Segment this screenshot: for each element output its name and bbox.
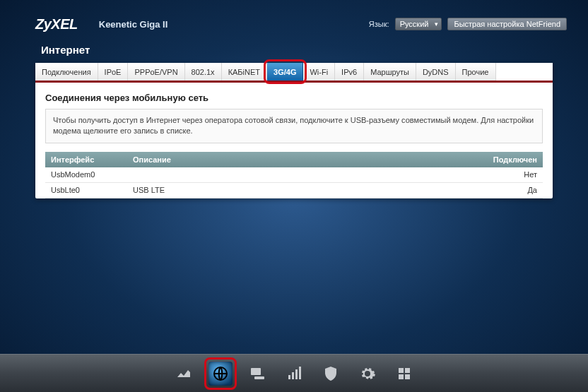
tab-3g-4g[interactable]: 3G/4G (267, 63, 303, 81)
tab--inet[interactable]: КАБiNET (222, 63, 267, 81)
section-title: Соединения через мобильную сеть (35, 83, 553, 109)
cell-interface: UsbLte0 (45, 186, 130, 194)
device-name: Keenetic Giga II (99, 19, 168, 30)
section-description: Чтобы получить доступ в Интернет через о… (45, 109, 543, 143)
firewall-icon[interactable] (319, 362, 343, 386)
table-row[interactable]: UsbModem0Нет (45, 167, 543, 183)
main-card: ПодключенияIPoEPPPoE/VPN802.1xКАБiNET3G/… (35, 63, 553, 198)
language-label: Язык: (369, 20, 389, 28)
tab--[interactable]: Подключения (35, 63, 98, 81)
wifi-icon[interactable] (282, 362, 306, 386)
tabs-bar: ПодключенияIPoEPPPoE/VPN802.1xКАБiNET3G/… (35, 63, 553, 83)
cell-description: USB LTE (130, 186, 479, 194)
svg-rect-1 (251, 368, 261, 375)
svg-rect-7 (399, 368, 404, 373)
tab-ipoe[interactable]: IPoE (98, 63, 129, 81)
svg-rect-10 (405, 374, 410, 379)
svg-rect-5 (295, 369, 298, 379)
connections-table: Интерфейс Описание Подключен UsbModem0Не… (45, 152, 543, 198)
top-bar: ZyXEL Keenetic Giga II Язык: Русский Быс… (0, 0, 588, 41)
tab-wi-fi[interactable]: Wi-Fi (303, 63, 335, 81)
internet-icon[interactable] (208, 362, 233, 386)
svg-rect-6 (299, 367, 301, 379)
tab-ipv6[interactable]: IPv6 (335, 63, 364, 81)
col-interface: Интерфейс (45, 155, 130, 164)
lan-icon[interactable] (245, 362, 269, 386)
svg-rect-8 (405, 368, 410, 373)
tab--[interactable]: Прочие (456, 63, 496, 81)
svg-rect-9 (399, 374, 404, 379)
table-row[interactable]: UsbLte0USB LTEДа (45, 183, 543, 198)
settings-icon[interactable] (355, 362, 380, 386)
table-header-row: Интерфейс Описание Подключен (45, 152, 543, 167)
col-description: Описание (130, 155, 479, 164)
language-select[interactable]: Русский (395, 18, 442, 30)
svg-rect-2 (254, 376, 264, 379)
tab-802-1x[interactable]: 802.1x (185, 63, 222, 81)
svg-rect-4 (292, 372, 294, 379)
cell-connected: Да (479, 186, 543, 194)
top-right: Язык: Русский Быстрая настройка NetFrien… (369, 18, 567, 30)
bottom-dock (0, 354, 588, 392)
apps-icon[interactable] (392, 362, 416, 386)
tab-pppoe-vpn[interactable]: PPPoE/VPN (128, 63, 184, 81)
cell-interface: UsbModem0 (45, 170, 130, 179)
svg-rect-3 (288, 375, 290, 379)
quick-setup-button[interactable]: Быстрая настройка NetFriend (447, 18, 567, 30)
tab--[interactable]: Маршруты (364, 63, 416, 81)
page-title: Интернет (0, 41, 588, 63)
cell-connected: Нет (479, 170, 543, 179)
col-connected: Подключен (479, 155, 543, 164)
brand-logo: ZyXEL (35, 16, 78, 32)
status-icon[interactable] (172, 362, 196, 386)
tab-dydns[interactable]: DyDNS (416, 63, 456, 81)
